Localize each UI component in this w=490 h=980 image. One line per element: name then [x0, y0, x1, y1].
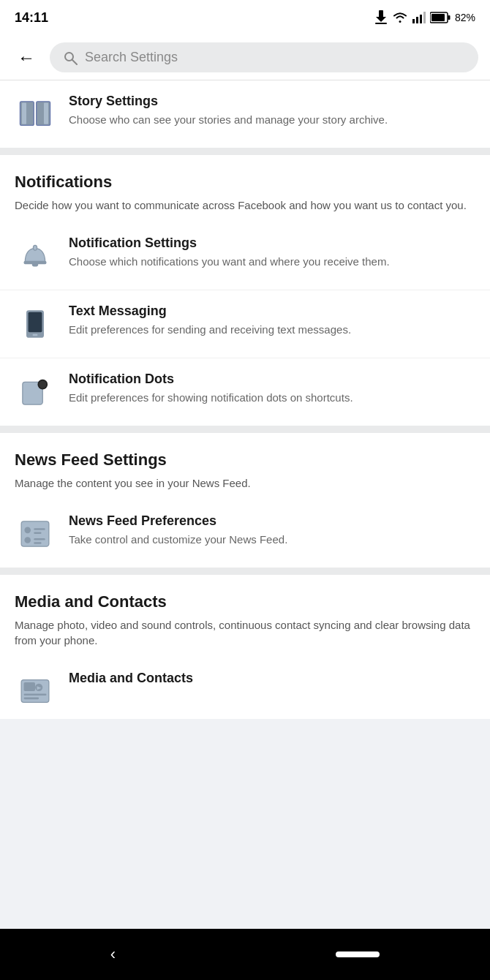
svg-rect-8 — [448, 15, 450, 20]
notifications-title: Notifications — [15, 173, 475, 192]
svg-rect-31 — [34, 542, 41, 544]
status-time: 14:11 — [15, 10, 48, 26]
story-settings-section: Story Settings Choose who can see your s… — [0, 80, 490, 148]
notification-dots-title: Notification Dots — [69, 372, 475, 387]
notification-dots-item[interactable]: Notification Dots Edit preferences for s… — [0, 358, 490, 426]
notification-dots-desc: Edit preferences for showing notificatio… — [69, 390, 475, 405]
news-feed-preferences-text: News Feed Preferences Take control and c… — [69, 513, 475, 547]
news-feed-title: News Feed Settings — [15, 451, 475, 470]
notification-settings-item[interactable]: Notification Settings Choose which notif… — [0, 222, 490, 290]
text-messaging-item[interactable]: Text Messaging Edit preferences for send… — [0, 290, 490, 358]
svg-marker-1 — [376, 17, 386, 22]
notification-settings-text: Notification Settings Choose which notif… — [69, 235, 475, 269]
media-contacts-header: Media and Contacts Manage photo, video a… — [0, 575, 490, 658]
news-feed-header: News Feed Settings Manage the content yo… — [0, 433, 490, 500]
svg-rect-15 — [44, 103, 48, 124]
svg-rect-6 — [423, 12, 426, 23]
story-settings-desc: Choose who can see your stories and mana… — [69, 112, 475, 127]
notification-settings-desc: Choose which notifications you want and … — [69, 254, 475, 269]
search-icon — [63, 50, 78, 65]
news-feed-preferences-icon — [15, 513, 56, 554]
divider-1 — [0, 148, 490, 155]
back-button[interactable]: ← — [12, 45, 41, 71]
media-contacts-title: Media and Contacts — [15, 592, 475, 611]
media-contacts-text: Media and Contacts — [69, 671, 475, 689]
svg-rect-21 — [33, 333, 38, 336]
svg-rect-18 — [24, 261, 47, 264]
news-feed-preferences-title: News Feed Preferences — [69, 513, 475, 529]
status-bar: 14:11 82% — [0, 0, 490, 35]
text-messaging-icon — [15, 304, 56, 344]
story-settings-text: Story Settings Choose who can see your s… — [69, 94, 475, 127]
svg-rect-28 — [34, 528, 45, 530]
story-settings-item[interactable]: Story Settings Choose who can see your s… — [0, 80, 490, 148]
text-messaging-text: Text Messaging Edit preferences for send… — [69, 304, 475, 337]
battery-percent: 82% — [455, 12, 475, 23]
news-feed-preferences-item[interactable]: News Feed Preferences Take control and c… — [0, 500, 490, 568]
svg-rect-29 — [34, 532, 41, 534]
notification-settings-title: Notification Settings — [69, 235, 475, 251]
svg-rect-14 — [22, 103, 26, 124]
svg-line-11 — [72, 60, 77, 64]
svg-rect-9 — [431, 14, 445, 21]
wifi-icon — [392, 12, 408, 23]
notifications-desc: Decide how you want to communicate acros… — [15, 197, 475, 214]
media-contacts-icon — [15, 671, 56, 712]
svg-rect-36 — [24, 693, 47, 696]
notification-dots-icon — [15, 372, 56, 412]
news-feed-section: News Feed Settings Manage the content yo… — [0, 433, 490, 568]
svg-rect-2 — [375, 23, 387, 24]
svg-rect-37 — [24, 698, 39, 700]
svg-rect-0 — [379, 10, 383, 18]
notifications-section: Notifications Decide how you want to com… — [0, 155, 490, 426]
notification-dots-text: Notification Dots Edit preferences for s… — [69, 372, 475, 405]
top-bar: ← Search Settings — [0, 35, 490, 80]
search-placeholder: Search Settings — [85, 50, 178, 65]
svg-rect-30 — [34, 538, 45, 540]
svg-point-26 — [24, 527, 31, 533]
notifications-header: Notifications Decide how you want to com… — [0, 155, 490, 222]
notification-settings-icon — [15, 235, 56, 276]
media-contacts-item[interactable]: Media and Contacts — [0, 657, 490, 719]
signal-icon — [412, 12, 426, 23]
download-icon — [374, 10, 388, 25]
story-settings-title: Story Settings — [69, 94, 475, 109]
news-feed-preferences-desc: Take control and customize your News Fee… — [69, 532, 475, 547]
svg-point-17 — [33, 245, 37, 250]
svg-rect-3 — [412, 19, 415, 23]
divider-3 — [0, 568, 490, 575]
svg-rect-33 — [24, 682, 35, 691]
svg-point-24 — [39, 380, 46, 388]
text-messaging-desc: Edit preferences for sending and receivi… — [69, 322, 475, 337]
svg-rect-5 — [420, 15, 422, 23]
nav-back-button[interactable]: ‹ — [110, 945, 116, 964]
battery-icon — [430, 12, 451, 23]
svg-rect-4 — [416, 17, 418, 23]
media-contacts-section: Media and Contacts Manage photo, video a… — [0, 575, 490, 720]
divider-2 — [0, 426, 490, 433]
news-feed-desc: Manage the content you see in your News … — [15, 475, 475, 491]
status-icons: 82% — [374, 10, 475, 25]
svg-point-27 — [24, 537, 31, 543]
story-settings-icon — [15, 94, 56, 135]
text-messaging-title: Text Messaging — [69, 304, 475, 319]
media-contacts-desc: Manage photo, video and sound controls, … — [15, 617, 475, 649]
nav-bar: ‹ — [0, 929, 490, 980]
media-contacts-item-title: Media and Contacts — [69, 671, 475, 686]
search-bar[interactable]: Search Settings — [50, 42, 478, 72]
svg-rect-20 — [29, 312, 42, 331]
nav-home-pill[interactable] — [336, 951, 380, 957]
